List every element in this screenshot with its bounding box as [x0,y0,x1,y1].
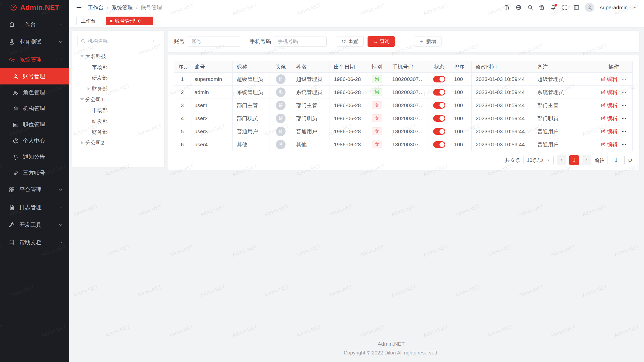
refresh-icon [341,39,346,44]
sidebar-subitem[interactable]: 职位管理 [0,117,69,133]
sidebar-item[interactable]: 平台管理 [0,181,69,199]
tab-close-icon[interactable] [144,19,149,23]
theme-icon[interactable] [539,4,545,11]
notification-bell-icon[interactable] [550,4,556,11]
edit-button[interactable]: 编辑 [601,89,618,96]
status-toggle[interactable] [433,89,445,96]
next-page-button[interactable] [582,155,591,165]
cell-status [428,73,450,86]
tree-node-label: 研发部 [92,118,108,125]
goto-page-input[interactable] [608,155,625,165]
row-avatar: 超 [276,74,286,84]
status-toggle[interactable] [433,115,445,122]
org-tree: 大名科技市场部研发部财务部分公司1市场部研发部财务部分公司2 [77,51,159,148]
cell-name: 其他 [292,138,330,151]
sidebar-item[interactable]: 系统管理 [0,51,69,68]
tab[interactable]: 账号管理 [106,17,153,25]
page-size-select[interactable]: 10条/页 [524,155,554,165]
caret-right-icon[interactable] [79,140,85,146]
user-avatar[interactable] [585,3,594,12]
caret-down-icon[interactable] [79,96,85,103]
tree-node[interactable]: 财务部 [77,126,159,137]
sidebar-item-label: 帮助文档 [19,239,58,246]
more-actions-button[interactable] [621,76,627,82]
status-toggle[interactable] [433,141,445,148]
sidebar-item[interactable]: 工作台 [0,16,69,33]
edit-button[interactable]: 编辑 [601,128,618,135]
status-toggle[interactable] [433,102,445,109]
table-body: 1superadmin超级管理员超超级管理员1986-06-28男1802003… [174,73,633,151]
breadcrumb-item[interactable]: 工作台 [88,4,104,11]
sidebar-item[interactable]: 开发工具 [0,216,69,234]
tree-node[interactable]: 财务部 [77,83,159,94]
chevron-down-icon [58,187,63,192]
fullscreen-icon[interactable] [562,4,568,11]
sidebar-subitem[interactable]: 账号管理 [0,68,69,84]
cell-status [428,125,450,138]
edit-button[interactable]: 编辑 [601,76,618,83]
account-filter: 账号 [174,36,240,47]
sidebar-item[interactable]: 帮助文档 [0,234,69,251]
tree-node[interactable]: 分公司2 [77,137,159,148]
edit-button[interactable]: 编辑 [601,102,618,109]
sidebar-subitem[interactable]: 角色管理 [0,84,69,101]
prev-page-button[interactable] [557,155,566,165]
tab-refresh-icon[interactable] [138,19,142,23]
tree-node[interactable]: 研发部 [77,72,159,83]
tree-node[interactable]: 分公司1 [77,94,159,105]
tree-node[interactable]: 市场部 [77,105,159,116]
more-actions-button[interactable] [621,142,627,147]
brand-logo[interactable]: Admin.NET [0,0,69,15]
more-actions-button[interactable] [621,129,627,134]
total-count: 共 6 条 [505,157,520,164]
status-toggle[interactable] [433,76,445,82]
more-actions-button[interactable] [621,103,627,108]
more-actions-button[interactable] [621,116,627,121]
edit-button[interactable]: 编辑 [601,141,618,148]
reset-button[interactable]: 重置 [336,36,364,47]
gender-tag: 女 [372,101,382,109]
cell-birthday: 1986-06-28 [330,86,366,99]
search-button[interactable]: 查询 [368,36,395,47]
hamburger-menu-icon[interactable] [76,4,82,11]
caret-down-icon[interactable] [79,53,85,60]
org-search-input[interactable] [88,38,141,44]
username[interactable]: superadmin [600,5,628,11]
add-button[interactable]: 新增 [414,36,441,47]
sidebar-subitem[interactable]: 机构管理 [0,101,69,117]
cell-nickname: 部门主管 [233,99,269,112]
page-1-button[interactable]: 1 [569,155,579,165]
sidebar-item[interactable]: 日志管理 [0,199,69,216]
language-icon[interactable] [515,4,522,11]
user-chevron-down-icon[interactable] [633,5,637,10]
cell-actions: 编辑 [595,138,633,151]
more-actions-button[interactable] [621,89,627,95]
edit-button[interactable]: 编辑 [601,115,618,122]
tree-node-label: 大名科技 [85,53,106,60]
page-footer: Admin.NET Copyright © 2022 Dilon All rig… [138,339,644,357]
phone-filter-input[interactable] [274,36,327,47]
font-size-icon[interactable] [504,4,510,11]
sidebar-subitem[interactable]: 三方账号 [0,165,69,181]
status-toggle[interactable] [433,128,445,135]
cell-avatar: 部 [269,112,292,125]
caret-right-icon[interactable] [85,85,92,92]
tree-search-row [77,36,159,46]
row-avatar: 其 [276,140,286,149]
tabs-bar: 工作台账号管理 [69,15,644,27]
tree-more-button[interactable] [148,36,159,46]
bell-icon [13,154,19,160]
layout-settings-icon[interactable] [573,4,580,11]
tree-node[interactable]: 市场部 [77,62,159,72]
sidebar-item[interactable]: 业务测试 [0,33,69,51]
tree-node[interactable]: 大名科技 [77,51,159,62]
tab[interactable]: 工作台 [76,17,100,25]
tree-node[interactable]: 研发部 [77,116,159,126]
sidebar-subitem[interactable]: 个人中心 [0,133,69,149]
global-search-icon[interactable] [527,4,533,11]
account-filter-input[interactable] [188,36,240,47]
book-icon [9,239,15,246]
cell-birthday: 1986-06-28 [330,112,366,125]
sidebar-subitem[interactable]: 通知公告 [0,149,69,165]
breadcrumb-item[interactable]: 系统管理 [112,4,133,11]
